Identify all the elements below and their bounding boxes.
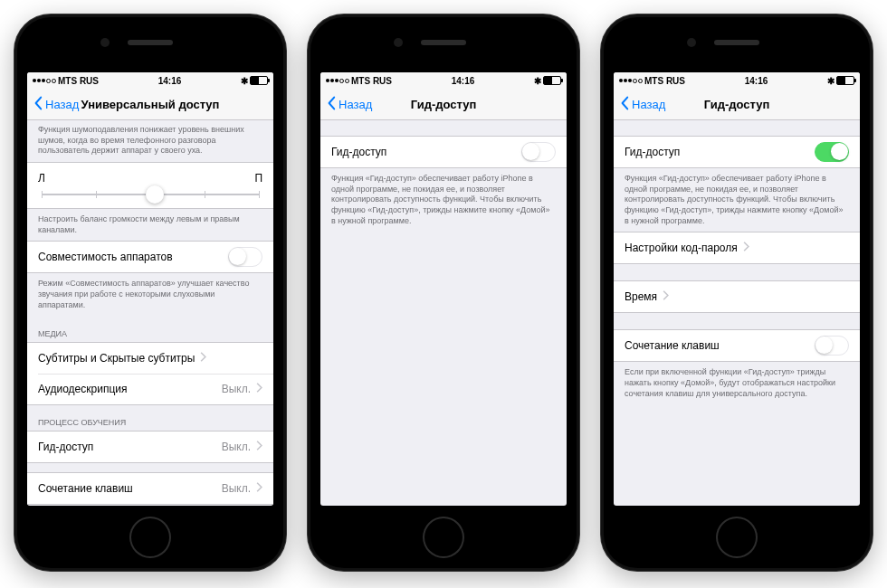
chevron-right-icon <box>743 242 749 254</box>
battery-icon <box>543 76 561 85</box>
chevron-right-icon <box>256 383 262 395</box>
bluetooth-icon: ✱ <box>534 76 541 86</box>
hearing-aid-cell[interactable]: Совместимость аппаратов <box>27 242 273 272</box>
guided-access-toggle[interactable] <box>815 142 849 162</box>
phone-1: MTS RUS 14:16 ✱ Назад Универсальный дост… <box>14 14 286 571</box>
shortcut-toggle[interactable] <box>815 336 849 356</box>
hearing-aid-label: Совместимость аппаратов <box>38 251 173 263</box>
media-header: МЕДИА <box>27 317 273 342</box>
chevron-left-icon <box>33 96 43 113</box>
learning-header: ПРОЦЕСС ОБУЧЕНИЯ <box>27 405 273 431</box>
guided-access-toggle-cell[interactable]: Гид-доступ <box>320 137 567 167</box>
shortcut-label: Сочетание клавиш <box>625 339 720 352</box>
back-button[interactable]: Назад <box>320 96 372 113</box>
time-label: Время <box>625 290 657 303</box>
home-button[interactable] <box>423 517 464 558</box>
subtitles-label: Субтитры и Скрытые субтитры <box>38 352 195 365</box>
chevron-right-icon <box>200 352 206 365</box>
nav-bar: Назад Универсальный доступ <box>27 89 273 120</box>
status-time: 14:16 <box>158 76 182 86</box>
nav-bar: Назад Гид-доступ <box>614 89 860 120</box>
shortcut-label: Сочетание клавиш <box>38 482 133 495</box>
balance-slider-cell: Л П <box>27 163 273 208</box>
audiodesc-cell[interactable]: Аудиодескрипция Выкл. <box>27 374 273 404</box>
home-button[interactable] <box>716 517 758 558</box>
guided-access-cell[interactable]: Гид-доступ Выкл. <box>27 432 273 462</box>
status-bar: MTS RUS 14:16 ✱ <box>614 72 860 89</box>
chevron-right-icon <box>256 441 262 453</box>
chevron-right-icon <box>663 290 669 303</box>
guided-access-toggle[interactable] <box>521 142 556 162</box>
home-button[interactable] <box>129 517 171 558</box>
back-button[interactable]: Назад <box>614 96 665 113</box>
chevron-right-icon <box>256 482 262 495</box>
carrier-label: MTS RUS <box>58 76 99 86</box>
time-cell[interactable]: Время <box>614 281 860 312</box>
phone-3: MTS RUS 14:16 ✱ Назад Гид-доступ Гид-дос… <box>601 14 873 571</box>
chevron-left-icon <box>326 96 337 113</box>
passcode-label: Настройки код-пароля <box>625 242 738 254</box>
guided-access-label: Гид-доступ <box>331 146 386 158</box>
shortcut-cell[interactable]: Сочетание клавиш Выкл. <box>27 473 273 504</box>
hearing-note: Режим «Совместимость аппаратов» улучшает… <box>27 273 273 316</box>
subtitles-cell[interactable]: Субтитры и Скрытые субтитры <box>27 343 273 374</box>
guided-access-label: Гид-доступ <box>38 441 93 453</box>
audiodesc-value: Выкл. <box>222 383 251 395</box>
back-label: Назад <box>45 98 79 111</box>
status-bar: MTS RUS 14:16 ✱ <box>320 72 567 89</box>
audiodesc-label: Аудиодескрипция <box>38 383 127 395</box>
hearing-aid-toggle[interactable] <box>228 247 262 267</box>
shortcut-note: Если при включенной функции «Гид-доступ»… <box>614 362 860 404</box>
battery-icon <box>250 76 268 85</box>
noise-note: Функция шумоподавления понижает уровень … <box>27 119 273 162</box>
balance-note: Настроить баланс громкости между левым и… <box>27 209 273 241</box>
chevron-left-icon <box>619 96 630 113</box>
status-bar: MTS RUS 14:16 ✱ <box>27 72 273 89</box>
passcode-settings-cell[interactable]: Настройки код-пароля <box>614 232 860 263</box>
back-button[interactable]: Назад <box>27 96 79 113</box>
slider-right-label: П <box>254 172 262 185</box>
phone-2: MTS RUS 14:16 ✱ Назад Гид-доступ Гид-дос… <box>308 14 579 571</box>
battery-icon <box>836 76 854 85</box>
guided-access-note: Функция «Гид-доступ» обеспечивает работу… <box>614 168 860 232</box>
bluetooth-icon: ✱ <box>241 76 248 86</box>
guided-access-note: Функция «Гид-доступ» обеспечивает работу… <box>320 168 567 232</box>
shortcut-value: Выкл. <box>222 482 251 495</box>
guided-access-toggle-cell[interactable]: Гид-доступ <box>614 137 860 167</box>
bluetooth-icon: ✱ <box>827 76 835 86</box>
balance-slider[interactable] <box>42 194 259 195</box>
guided-access-label: Гид-доступ <box>625 146 680 158</box>
slider-left-label: Л <box>38 172 45 185</box>
guided-access-value: Выкл. <box>222 441 251 453</box>
nav-bar: Назад Гид-доступ <box>320 89 567 120</box>
shortcut-toggle-cell[interactable]: Сочетание клавиш <box>614 330 860 361</box>
